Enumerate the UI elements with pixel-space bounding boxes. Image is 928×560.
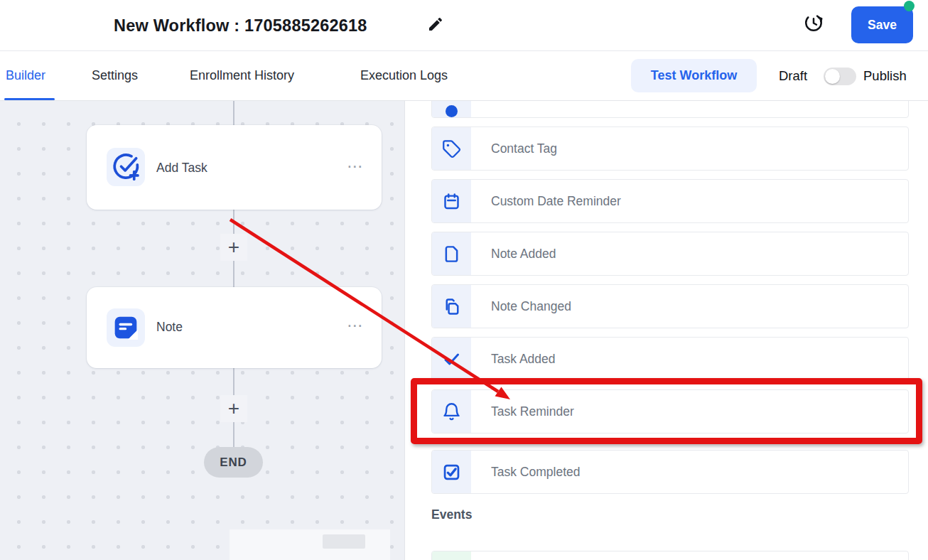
tab-execution-logs[interactable]: Execution Logs <box>360 51 448 100</box>
node-icon-tile <box>107 148 145 186</box>
node-menu-ellipsis[interactable]: ⋯ <box>347 159 365 173</box>
tab-enrollment-history[interactable]: Enrollment History <box>190 51 294 100</box>
toggle-knob <box>825 69 840 84</box>
header: New Workflow : 1705885262618 Save <box>0 0 928 51</box>
list-item-custom-date-reminder[interactable]: Custom Date Reminder <box>431 179 909 223</box>
trigger-icon-tile <box>432 180 471 222</box>
note-icon <box>112 313 140 342</box>
calendar-icon <box>442 192 461 211</box>
trigger-label: Contact Tag <box>491 141 557 156</box>
tab-bar: Builder Settings Enrollment History Exec… <box>0 51 928 101</box>
trigger-label: Task Added <box>491 352 555 367</box>
node-note[interactable]: Note ⋯ <box>87 287 382 368</box>
node-label: Note <box>156 320 183 335</box>
trigger-label: Custom Date Reminder <box>491 194 621 209</box>
add-step-button[interactable]: + <box>220 234 247 261</box>
publish-label: Publish <box>863 51 907 100</box>
copy-icon <box>442 297 461 316</box>
workflow-canvas[interactable]: Add Task ⋯ + Note ⋯ + END <box>0 101 405 560</box>
active-tab-underline <box>4 98 55 100</box>
end-node: END <box>204 447 263 478</box>
history-clock-icon[interactable] <box>803 12 824 33</box>
node-menu-ellipsis[interactable]: ⋯ <box>347 318 365 333</box>
file-icon <box>442 244 461 264</box>
draft-label: Draft <box>779 51 807 100</box>
list-item-task-reminder[interactable]: Task Reminder <box>431 389 909 434</box>
trigger-icon-tile <box>432 232 471 275</box>
unsaved-changes-badge <box>904 1 914 11</box>
node-label: Add Task <box>156 161 207 176</box>
bell-icon <box>442 402 461 421</box>
trigger-icon-tile <box>432 285 471 328</box>
list-item-contact-tag[interactable]: Contact Tag <box>431 126 909 171</box>
trigger-icon-tile <box>432 127 471 170</box>
trigger-icon-tile <box>432 101 471 117</box>
save-button[interactable]: Save <box>851 6 913 43</box>
trigger-label: Task Reminder <box>491 404 574 419</box>
node-icon-tile <box>107 308 145 347</box>
task-add-icon <box>111 152 141 182</box>
edit-pencil-icon[interactable] <box>427 16 444 33</box>
placeholder-block <box>323 534 365 549</box>
trigger-icon-tile <box>432 451 471 493</box>
tab-builder[interactable]: Builder <box>6 51 45 100</box>
tag-icon <box>442 139 461 158</box>
workflow-builder-page: New Workflow : 1705885262618 Save Builde… <box>0 0 928 560</box>
partial-icon <box>446 105 458 117</box>
plus-icon: + <box>228 237 239 257</box>
trigger-label: Note Added <box>491 247 556 262</box>
tab-settings[interactable]: Settings <box>92 51 138 100</box>
trigger-label: Note Changed <box>491 299 571 314</box>
trigger-icon-tile <box>432 390 471 433</box>
check-icon <box>442 350 461 369</box>
trigger-label: Task Completed <box>491 465 580 480</box>
add-step-button[interactable]: + <box>220 395 247 422</box>
trigger-icon-tile <box>432 338 471 380</box>
list-item-partial[interactable] <box>431 101 909 118</box>
checkbox-icon <box>442 463 461 482</box>
event-icon-tile <box>432 551 471 560</box>
node-add-task[interactable]: Add Task ⋯ <box>87 125 382 210</box>
page-title: New Workflow : 1705885262618 <box>114 0 367 51</box>
plus-icon: + <box>228 399 239 419</box>
test-workflow-button[interactable]: Test Workflow <box>631 59 757 92</box>
events-heading: Events <box>431 507 472 522</box>
trigger-list-panel: Contact Tag Custom Date Reminder Note Ad… <box>405 101 928 560</box>
list-item-note-changed[interactable]: Note Changed <box>431 284 909 328</box>
list-item-event-partial[interactable] <box>431 551 909 560</box>
list-item-task-added[interactable]: Task Added <box>431 337 909 381</box>
list-item-note-added[interactable]: Note Added <box>431 232 909 276</box>
publish-toggle[interactable] <box>824 68 856 85</box>
partial-bottom-element <box>230 529 390 560</box>
list-item-task-completed[interactable]: Task Completed <box>431 450 909 494</box>
